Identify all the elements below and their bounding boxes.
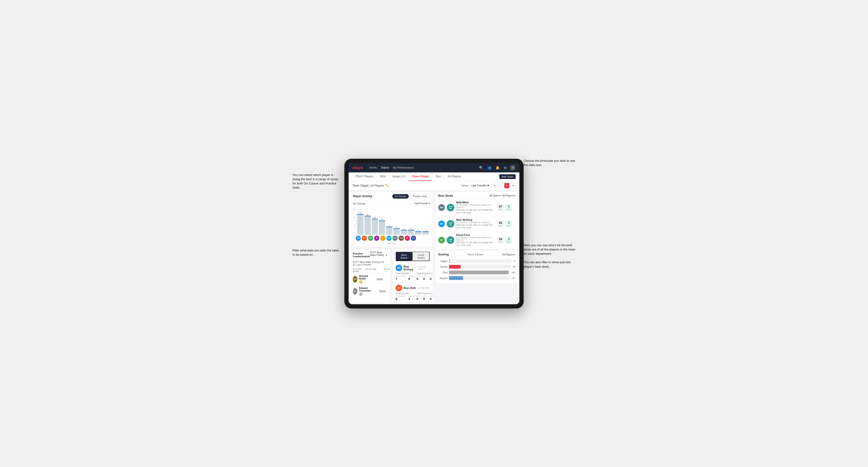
bell-icon-btn[interactable]: 🔔 <box>495 165 500 170</box>
time-filter-select[interactable]: Last 3 months <box>470 184 490 187</box>
bar-value: 3 <box>411 228 412 229</box>
eagles-label: Eagles <box>438 260 448 262</box>
active-stats-row-1: Total Rounds Tournament 7 Practice <box>396 272 430 281</box>
bars-wrapper: 1312109543322 <box>356 209 430 235</box>
bar-highlight <box>357 214 364 215</box>
y-label-15: 15 <box>353 209 355 211</box>
lb-col-score: PB SCORE <box>361 268 380 273</box>
tab-hcaps[interactable]: Hcaps 1-5 <box>389 173 409 181</box>
y-label-5: 5 <box>353 224 355 226</box>
scoring-filter-1[interactable]: Par 3, 4 & 5s ▾ <box>468 253 483 256</box>
chevron-right-icon-3[interactable]: › <box>514 238 515 242</box>
y-label-0: 0 <box>353 232 355 234</box>
bar-fill <box>415 231 422 234</box>
heart-view-btn[interactable]: ♥ <box>504 183 509 188</box>
player-avatar: OB <box>386 236 392 241</box>
on-course-tab[interactable]: On Course <box>392 194 409 198</box>
sub-tabs: PGAT Players PGA Hcaps 1-5 Team Clippd T… <box>349 173 519 181</box>
active-stat-rounds-1: Total Rounds Tournament 7 Practice <box>396 272 415 281</box>
add-team-button[interactable]: Add Team <box>499 174 516 179</box>
plus-icon-btn[interactable]: ⊕ <box>503 165 507 170</box>
shot-item-1: MM 200 SG Matt Miller 09 Jan 2023 · Roya… <box>435 199 518 217</box>
activities-sub-2: GTT 0 APP 0 <box>416 295 433 301</box>
bar-value: 12 <box>367 214 368 215</box>
lb-col-name: PLAYER NAME <box>353 268 361 273</box>
bar-col: 3 <box>401 228 407 235</box>
chevron-right-icon-1[interactable]: › <box>514 206 515 210</box>
bar-highlight <box>423 231 429 232</box>
tournament-val-1: 7 <box>396 277 405 281</box>
bar-highlight <box>386 226 393 227</box>
player-filter[interactable]: All Players ▾ <box>502 194 515 197</box>
shot-badge-2: 200 SG <box>447 220 454 228</box>
tab-pgat-players[interactable]: PGAT Players <box>352 173 377 181</box>
bar-col: 13 <box>357 212 364 235</box>
nav-my-performance[interactable]: My Performance <box>393 165 414 170</box>
bar-highlight <box>415 231 422 232</box>
user-avatar[interactable]: U <box>510 165 516 170</box>
player-activity-panel: Player Activity On Course Practice Drill… <box>350 192 433 247</box>
shot-stat-unit-zero-2: yds <box>507 224 510 227</box>
least-active-tab[interactable]: Least Active <box>412 252 430 261</box>
nav-teams[interactable]: Teams <box>381 165 389 170</box>
list-view-btn[interactable]: ≡ <box>498 183 503 188</box>
birdies-label: Birdies <box>438 266 448 268</box>
shot-player-info-1: Matt Miller 09 Jan 2023 · Royal North De… <box>456 201 495 214</box>
tab-pga[interactable]: PGA <box>377 173 389 181</box>
scoring-bars: Eagles 3 Birdies <box>435 258 518 283</box>
active-avatar-2: RB <box>396 285 402 291</box>
active-rounds-sub-2: Tournament 8 Practice 4 <box>396 295 415 301</box>
bar-fill <box>423 231 429 234</box>
birdies-fill <box>449 265 461 269</box>
edit-icon[interactable]: ✏️ <box>385 184 389 187</box>
search-icon-btn[interactable]: 🔍 <box>478 165 484 170</box>
shot-type-filter[interactable]: All Shots ▾ <box>489 194 500 197</box>
lb-col-avg: PB AVG SQ <box>380 268 390 273</box>
chevron-down-icon: ▾ <box>499 194 500 197</box>
lb-rank-badge-1: 1 <box>359 280 363 284</box>
bogeys-label: Bogeys <box>438 277 448 280</box>
lb-header: Practice Leaderboards PUTT Must Make Put… <box>350 249 390 260</box>
chart-area: On Course Total Rounds ▾ 15 10 <box>350 200 433 247</box>
scoring-bar-eagles: Eagles 3 <box>438 259 515 263</box>
player-avatar: BM <box>356 236 361 241</box>
player-avatar: RBu <box>393 236 398 241</box>
shot-detail-2: Shot Dist: 43 yds Start Lie: Rough End L… <box>456 224 495 229</box>
most-active-tab[interactable]: Most Active <box>396 252 412 261</box>
player-avatar: JC <box>374 236 379 241</box>
tab-tour[interactable]: Tour <box>432 173 444 181</box>
chevron-down-icon: ▾ <box>514 253 515 256</box>
lb-title: Practice Leaderboards <box>353 252 370 258</box>
practice-drills-tab[interactable]: Practice Drills <box>410 194 430 198</box>
active-stat-activities-1: Total Practice Activities GTT 0 APP <box>416 272 433 281</box>
lb-rank-badge-2: 2 <box>359 292 363 296</box>
lb-player-info: RB Richard Butler 1 <box>353 275 370 284</box>
bar-highlight <box>401 230 407 231</box>
scoring-filter-2[interactable]: All Players ▾ <box>502 253 515 256</box>
leaderboard-panel: Practice Leaderboards PUTT Must Make Put… <box>350 249 390 303</box>
team-header-right: Show: Last 3 months ⊞ ≡ ♥ ⚙ <box>461 183 516 188</box>
active-player-card-2: RB Rees Britt 02 Sep 2023 Total Rounds <box>393 283 433 303</box>
bar-fill <box>386 226 393 234</box>
shot-stat-val-3: 16 <box>499 237 502 241</box>
lb-avatar-1: RB <box>353 276 357 283</box>
shot-avatar-3: DF <box>438 237 445 243</box>
eagles-count: 3 <box>514 260 515 262</box>
users-icon-btn[interactable]: 👥 <box>486 165 492 170</box>
active-tabs: Most Active Least Active <box>396 252 430 261</box>
chevron-down-icon: ▾ <box>514 194 515 197</box>
tab-team-clippd[interactable]: Team Clippd <box>409 173 432 181</box>
bogeys-fill <box>449 276 463 280</box>
bar-col: 9 <box>379 218 385 235</box>
bar-value: 3 <box>403 228 404 229</box>
chart-dropdown[interactable]: Total Rounds ▾ <box>414 202 430 205</box>
settings-view-btn[interactable]: ⚙ <box>510 183 516 188</box>
lb-dropdown[interactable]: PUTT Must Make Putting ... ▾ <box>370 251 387 259</box>
grid-view-btn[interactable]: ⊞ <box>492 183 497 188</box>
chevron-right-icon-2[interactable]: › <box>514 222 515 226</box>
tab-all-players[interactable]: All Players <box>444 173 464 181</box>
bogeys-count: 115 <box>512 277 515 279</box>
bar-col: 2 <box>415 229 422 234</box>
nav-home[interactable]: Home <box>369 165 377 170</box>
shot-player-name-2: Blair McHarg <box>456 218 495 221</box>
